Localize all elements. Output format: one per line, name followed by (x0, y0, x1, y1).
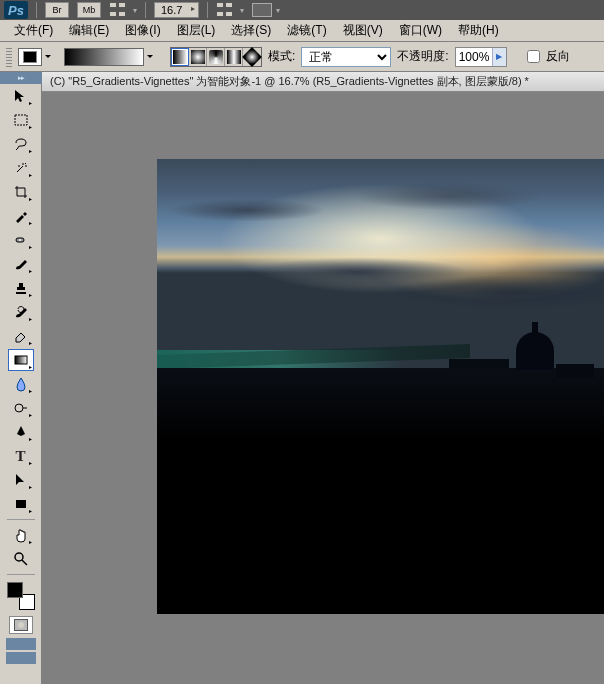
opacity-label: 不透明度: (397, 48, 448, 65)
screen-mode-button[interactable] (252, 3, 272, 17)
opacity-flyout-button[interactable]: ▶ (492, 48, 506, 66)
tool-preset-picker[interactable] (18, 48, 42, 66)
pen-tool[interactable]: ▸ (8, 421, 34, 443)
stamp-tool[interactable]: ▸ (8, 277, 34, 299)
menu-filter[interactable]: 滤镜(T) (279, 20, 334, 41)
shape-tool[interactable]: ▸ (8, 493, 34, 515)
workspace: ▸▸ ▸ ▸ ▸ ▸ ▸ ▸ ▸ ▸ ▸ ▸ ▸ ▸ ▸ ▸ ▸ T▸ ▸ ▸ … (0, 72, 604, 684)
lasso-tool[interactable]: ▸ (8, 133, 34, 155)
view-extras-button[interactable] (109, 2, 129, 18)
document-area: (C) "R5_Gradients-Vignettes" 为智能对象-1 @ 1… (42, 72, 604, 684)
menu-select[interactable]: 选择(S) (223, 20, 279, 41)
document-title-bar[interactable]: (C) "R5_Gradients-Vignettes" 为智能对象-1 @ 1… (42, 72, 604, 92)
gradient-diamond-button[interactable] (243, 48, 261, 66)
gradient-linear-button[interactable] (171, 48, 189, 66)
foreground-color[interactable] (7, 582, 23, 598)
gradient-tool[interactable]: ▸ (8, 349, 34, 371)
separator (7, 574, 35, 575)
chevron-down-icon: ▾ (276, 6, 280, 15)
svg-rect-0 (15, 115, 27, 125)
document-image (157, 159, 604, 614)
menu-view[interactable]: 视图(V) (335, 20, 391, 41)
healing-tool[interactable]: ▸ (8, 229, 34, 251)
menu-layer[interactable]: 图层(L) (169, 20, 224, 41)
dodge-tool[interactable]: ▸ (8, 397, 34, 419)
history-brush-tool[interactable]: ▸ (8, 301, 34, 323)
application-bar: Ps Br Mb ▾ 16.7 ▾ ▾ (0, 0, 604, 20)
bridge-button[interactable]: Br (45, 2, 69, 18)
chevron-down-icon: ▾ (133, 6, 137, 15)
separator (36, 2, 37, 18)
minibridge-button[interactable]: Mb (77, 2, 101, 18)
well-slot[interactable] (6, 652, 36, 664)
svg-point-5 (15, 553, 23, 561)
path-select-tool[interactable]: ▸ (8, 469, 34, 491)
gradient-radial-button[interactable] (189, 48, 207, 66)
menu-image[interactable]: 图像(I) (117, 20, 168, 41)
wand-tool[interactable]: ▸ (8, 157, 34, 179)
brush-tool[interactable]: ▸ (8, 253, 34, 275)
well-slot[interactable] (6, 638, 36, 650)
tools-panel-tab[interactable]: ▸▸ (0, 72, 42, 84)
svg-rect-4 (16, 500, 26, 508)
zoom-level-dropdown[interactable]: 16.7 (154, 2, 199, 18)
screen-mode-wells (6, 638, 36, 664)
canvas[interactable] (42, 92, 604, 684)
chevron-down-icon: ▾ (240, 6, 244, 15)
eraser-tool[interactable]: ▸ (8, 325, 34, 347)
blend-mode-select[interactable]: 正常 (301, 47, 391, 67)
type-tool[interactable]: T▸ (8, 445, 34, 467)
marquee-tool[interactable]: ▸ (8, 109, 34, 131)
options-bar: 模式: 正常 不透明度: ▶ 反向 (0, 42, 604, 72)
tools-panel: ▸▸ ▸ ▸ ▸ ▸ ▸ ▸ ▸ ▸ ▸ ▸ ▸ ▸ ▸ ▸ ▸ T▸ ▸ ▸ … (0, 72, 42, 684)
hand-tool[interactable]: ▸ (8, 524, 34, 546)
separator (207, 2, 208, 18)
crop-tool[interactable]: ▸ (8, 181, 34, 203)
opacity-input-group: ▶ (455, 47, 507, 67)
menu-window[interactable]: 窗口(W) (391, 20, 450, 41)
gradient-picker[interactable] (64, 48, 144, 66)
opacity-input[interactable] (456, 49, 492, 65)
menu-file[interactable]: 文件(F) (6, 20, 61, 41)
zoom-tool[interactable] (8, 548, 34, 570)
quickmask-button[interactable] (9, 616, 33, 634)
eyedropper-tool[interactable]: ▸ (8, 205, 34, 227)
menu-edit[interactable]: 编辑(E) (61, 20, 117, 41)
mode-label: 模式: (268, 48, 295, 65)
gradient-type-group (170, 47, 262, 67)
move-tool[interactable]: ▸ (8, 85, 34, 107)
arrange-documents-button[interactable] (216, 2, 236, 18)
reverse-label: 反向 (546, 48, 570, 65)
grip-icon[interactable] (6, 47, 12, 67)
gradient-reflected-button[interactable] (225, 48, 243, 66)
reverse-checkbox[interactable] (527, 50, 540, 63)
ps-logo: Ps (4, 1, 28, 19)
menu-bar: 文件(F) 编辑(E) 图像(I) 图层(L) 选择(S) 滤镜(T) 视图(V… (0, 20, 604, 42)
color-swatches[interactable] (7, 582, 35, 610)
separator (7, 519, 35, 520)
svg-rect-2 (15, 356, 27, 364)
gradient-angle-button[interactable] (207, 48, 225, 66)
blur-tool[interactable]: ▸ (8, 373, 34, 395)
separator (145, 2, 146, 18)
menu-help[interactable]: 帮助(H) (450, 20, 507, 41)
svg-point-3 (15, 404, 23, 412)
